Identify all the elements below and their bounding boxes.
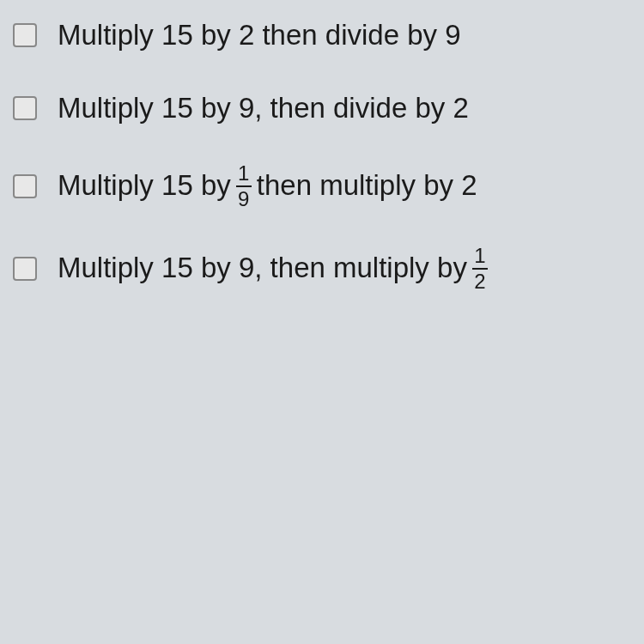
checkbox-option-2[interactable] xyxy=(13,96,37,120)
fraction-numerator: 1 xyxy=(474,246,485,268)
fraction-denominator: 9 xyxy=(238,187,249,210)
option-3-post: then multiply by 2 xyxy=(257,167,477,204)
checkbox-option-4[interactable] xyxy=(13,257,37,281)
checkbox-option-3[interactable] xyxy=(13,174,37,198)
option-3: Multiply 15 by 1 9 then multiply by 2 xyxy=(13,163,631,210)
option-1-text: Multiply 15 by 2 then divide by 9 xyxy=(58,17,461,54)
label-option-4: Multiply 15 by 9, then multiply by 1 2 xyxy=(58,246,493,292)
option-3-pre: Multiply 15 by xyxy=(58,167,231,204)
label-option-1: Multiply 15 by 2 then divide by 9 xyxy=(58,17,461,54)
option-1: Multiply 15 by 2 then divide by 9 xyxy=(13,17,631,54)
label-option-2: Multiply 15 by 9, then divide by 2 xyxy=(58,90,469,127)
label-option-3: Multiply 15 by 1 9 then multiply by 2 xyxy=(58,163,477,210)
option-2-text: Multiply 15 by 9, then divide by 2 xyxy=(58,90,469,127)
fraction-1-2: 1 2 xyxy=(472,246,488,292)
option-4-pre: Multiply 15 by 9, then multiply by xyxy=(58,250,467,287)
fraction-denominator: 2 xyxy=(474,270,485,292)
checkbox-option-1[interactable] xyxy=(13,23,37,47)
option-4: Multiply 15 by 9, then multiply by 1 2 xyxy=(13,246,631,292)
fraction-1-9: 1 9 xyxy=(236,163,252,210)
option-2: Multiply 15 by 9, then divide by 2 xyxy=(13,90,631,127)
fraction-numerator: 1 xyxy=(238,163,249,185)
